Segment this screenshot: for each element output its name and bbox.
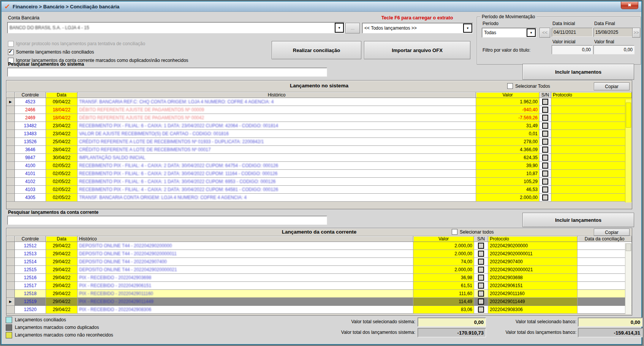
cell-sn[interactable] (474, 306, 488, 314)
checkbox-option-1[interactable]: Ignorar protocolo nos lançamentos para t… (8, 39, 188, 48)
browse-conta-button[interactable]: ... (345, 23, 360, 33)
sn-checkbox[interactable] (542, 186, 548, 193)
sn-checkbox[interactable] (478, 291, 484, 297)
column-header-data[interactable]: Data (46, 236, 78, 242)
checkbox-box[interactable] (8, 41, 14, 47)
sn-checkbox[interactable] (542, 131, 548, 137)
pesquisar-banco-input[interactable] (7, 216, 327, 225)
sn-checkbox[interactable] (542, 163, 548, 169)
cell-sn[interactable] (540, 186, 551, 194)
select-all-sistema-checkbox[interactable] (507, 83, 513, 89)
sn-checkbox[interactable] (478, 267, 484, 273)
table-row[interactable]: 410202/05/22RECEBIMENTO PIX - FILIAL: 6 … (6, 178, 632, 186)
sn-checkbox[interactable] (542, 171, 548, 177)
table-row[interactable]: 430502/05/22TRANSF. BANCARIA CONTA ORIGE… (6, 194, 632, 202)
conta-bancaria-select[interactable]: BANCO DO BRASIL S.A. - LOJA 4 - 15 ▼ (7, 22, 345, 33)
table-row[interactable]: ▶452309/04/22TRANSF. BANCARIA REF.C: CHQ… (6, 98, 632, 106)
table-row[interactable]: 1251729/04/22PIX - RECEBIDO - 2022042906… (6, 282, 632, 290)
sn-checkbox[interactable] (542, 194, 548, 201)
sistema-scrollbar-thumb[interactable] (626, 103, 631, 128)
banco-scrollbar[interactable] (625, 243, 631, 314)
table-row[interactable]: 1251229/04/22DEPOSITO ONLINE T44 - 20220… (6, 242, 632, 250)
column-header-valor[interactable]: Valor (413, 236, 474, 242)
column-header-protocolo[interactable]: Protocolo (551, 92, 632, 98)
table-row[interactable]: 1251429/04/22DEPOSITO ONLINE T44 - 20220… (6, 258, 632, 266)
select-all-banco-checkbox[interactable] (452, 229, 457, 235)
column-header-protocolo[interactable]: Protocolo (488, 236, 578, 242)
table-row[interactable]: 1251329/04/22DEPOSITO ONLINE T44 - 20220… (6, 250, 632, 258)
incluir-lancamentos-banco-button[interactable]: Incluir lançamentos (522, 213, 634, 227)
sn-checkbox[interactable] (478, 251, 484, 257)
sn-checkbox[interactable] (542, 115, 548, 121)
table-row[interactable]: 1348223/04/22RECEBIMENTO PIX - FILIAL: 6… (6, 122, 632, 130)
cell-sn[interactable] (474, 250, 488, 258)
column-header-historico[interactable]: Histórico (78, 236, 413, 242)
next-period-button[interactable]: >> (632, 28, 640, 38)
table-row[interactable]: 410102/05/22RECEBIMENTO PIX - FILIAL: 6 … (6, 170, 632, 178)
sn-checkbox[interactable] (542, 123, 548, 129)
extrato-select[interactable]: << Todos lançamentos >> ▼ (362, 23, 473, 33)
cell-sn[interactable] (540, 130, 551, 138)
cell-sn[interactable] (474, 258, 488, 266)
cell-sn[interactable] (540, 138, 551, 146)
valor-final-field[interactable]: 0,00 (593, 45, 635, 54)
cell-sn[interactable] (474, 242, 488, 250)
sn-checkbox[interactable] (542, 179, 548, 185)
column-header-historico[interactable]: Histórico (78, 92, 476, 98)
cell-sn[interactable] (540, 154, 551, 162)
cell-sn[interactable] (474, 266, 488, 274)
copiar-sistema-button[interactable]: Copiar (594, 82, 630, 90)
cell-sn[interactable] (474, 274, 488, 282)
table-row[interactable]: 1251629/04/22PIX - RECEBIDO - 2022042903… (6, 274, 632, 282)
previous-period-button[interactable]: << (540, 28, 550, 38)
data-final-field[interactable]: 15/08/2025 (593, 28, 635, 37)
sn-checkbox[interactable] (478, 243, 484, 249)
table-row[interactable]: 246618/04/22DÉBITO REFERENTE AJUSTE DE P… (6, 106, 632, 114)
cell-sn[interactable] (474, 282, 488, 290)
sn-checkbox[interactable] (542, 99, 548, 105)
column-header-data-da-conciliacao[interactable]: Data da conciliação (578, 236, 632, 242)
table-row[interactable]: 1348323/04/22VALOR DE AJUSTE RECEBIMENTO… (6, 130, 632, 138)
table-row[interactable]: 984730/04/22IMPLANTAÇÃO SALDO INICIAL624… (6, 154, 632, 162)
table-row[interactable]: 246918/04/22DÉBITO REFERENTE AJUSTE DE P… (6, 114, 632, 122)
banco-scrollbar-thumb[interactable] (626, 243, 631, 251)
sn-checkbox[interactable] (478, 299, 484, 305)
column-header-controle[interactable]: Controle (15, 92, 46, 98)
cell-sn[interactable] (540, 194, 551, 202)
table-row[interactable]: 410002/05/22RECEBIMENTO PIX - FILIAL: 4 … (6, 162, 632, 170)
cell-sn[interactable] (474, 290, 488, 298)
cell-sn[interactable] (540, 114, 551, 122)
table-row[interactable]: 410302/05/22RECEBIMENTO PIX - FILIAL: 4 … (6, 186, 632, 194)
cell-sn[interactable] (474, 298, 488, 306)
cell-sn[interactable] (540, 162, 551, 170)
cell-sn[interactable] (540, 106, 551, 114)
window-titlebar[interactable]: ✓ Financeiro > Bancário > Conciliação ba… (2, 2, 641, 12)
sistema-scrollbar[interactable] (625, 100, 631, 202)
select-all-banco[interactable]: Selecionar todos (452, 229, 494, 235)
cell-sn[interactable] (540, 178, 551, 186)
extrato-dropdown-arrow-icon[interactable]: ▼ (463, 24, 472, 33)
sn-checkbox[interactable] (542, 147, 548, 153)
data-inicial-field[interactable]: 04/11/2021 (552, 28, 593, 37)
copiar-banco-button[interactable]: Copiar (594, 229, 630, 236)
importar-ofx-button[interactable]: Importar arquivo OFX (364, 41, 470, 59)
realizar-conciliacao-button[interactable]: Realizar conciliação (272, 41, 361, 59)
column-header-data[interactable]: Data (46, 92, 78, 98)
column-header-s-n[interactable]: S/N (540, 92, 551, 98)
table-row[interactable]: ▶1251929/04/22PIX - RECEBIDO - 202204290… (6, 298, 632, 306)
pesquisar-sistema-input[interactable] (7, 68, 327, 77)
table-row[interactable]: 1251529/04/22DEPOSITO ONLINE T44 - 20220… (6, 266, 632, 274)
column-header-s-n[interactable]: S/N (474, 236, 488, 242)
sn-checkbox[interactable] (478, 275, 484, 281)
cell-sn[interactable] (540, 170, 551, 178)
table-row[interactable]: 1252029/04/22PIX - RECEBIDO - 2022042908… (6, 306, 632, 314)
table-row[interactable]: 1251829/04/22PIX - RECEBIDO - 2022042901… (6, 290, 632, 298)
sn-checkbox[interactable] (542, 107, 548, 113)
periodo-select[interactable]: Todas ▼ (482, 28, 536, 38)
table-row[interactable]: 1352625/04/22CRÉDITO REFERENTE A LOTE DE… (6, 138, 632, 146)
sn-checkbox[interactable] (478, 283, 484, 289)
column-header-valor[interactable]: Valor (476, 92, 540, 98)
periodo-dropdown-arrow-icon[interactable]: ▼ (527, 28, 536, 37)
incluir-lancamentos-sistema-button[interactable]: Incluir lançamentos (522, 64, 634, 80)
sn-checkbox[interactable] (542, 139, 548, 145)
